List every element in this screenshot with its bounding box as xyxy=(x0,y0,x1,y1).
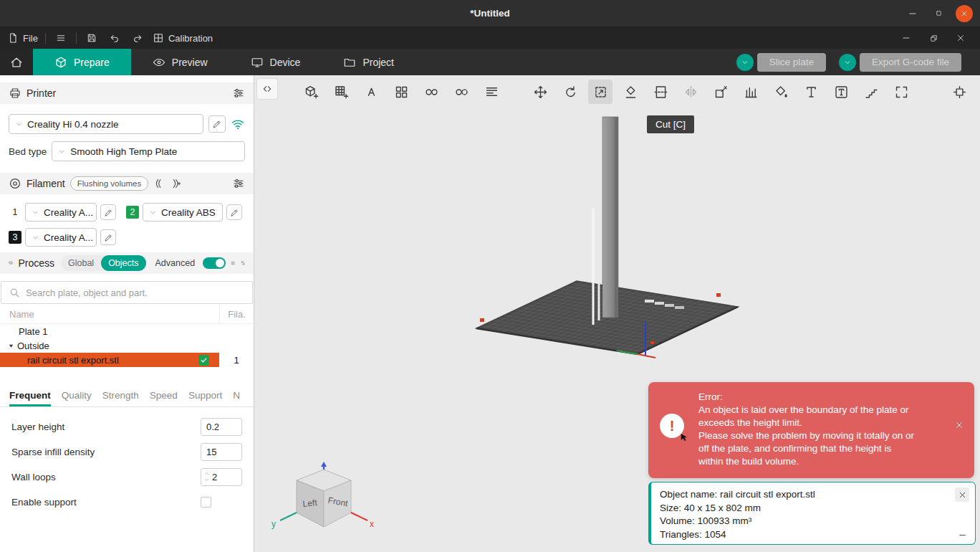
tab-strength[interactable]: Strength xyxy=(102,390,139,406)
titlebar: *Untitled xyxy=(0,0,980,27)
filament-add-icon[interactable] xyxy=(170,178,181,189)
cut-icon[interactable] xyxy=(648,80,673,104)
bed-type-select[interactable]: Smooth High Temp Plate xyxy=(52,141,245,161)
param-row-infill-density: Sparse infill density xyxy=(11,442,242,461)
advanced-toggle[interactable] xyxy=(203,257,226,269)
filament-2-select[interactable]: Creality ABS xyxy=(143,203,223,222)
slice-dropdown-button[interactable] xyxy=(736,54,754,71)
chevron-down-icon xyxy=(843,58,852,67)
printer-select[interactable]: Creality Hi 0.4 nozzle xyxy=(9,114,203,134)
redo-icon xyxy=(132,32,143,44)
menu-calibration[interactable]: Calibration xyxy=(153,32,213,44)
collapse-sidebar-button[interactable] xyxy=(256,78,278,100)
filament-sync-icon[interactable] xyxy=(153,178,165,189)
search-input[interactable] xyxy=(26,287,245,298)
emboss-icon[interactable] xyxy=(829,80,853,104)
rotate-icon[interactable] xyxy=(558,80,582,104)
export-gcode-split: Export G-code file xyxy=(839,53,961,72)
flushing-volumes-button[interactable]: Flushing volumes xyxy=(70,176,148,191)
fit-plate-icon[interactable] xyxy=(947,80,971,104)
arrange-icon[interactable] xyxy=(389,80,413,104)
home-button[interactable] xyxy=(0,49,33,75)
object-filament-number: 1 xyxy=(219,355,254,366)
titlebar-maximize-button[interactable] xyxy=(930,5,947,22)
filament-3-edit-button[interactable] xyxy=(100,229,116,245)
search-box xyxy=(1,281,253,304)
layer-height-input[interactable] xyxy=(201,418,242,436)
tab-label: Device xyxy=(270,57,301,68)
move-icon[interactable] xyxy=(528,80,552,104)
tab-frequent[interactable]: Frequent xyxy=(9,390,51,406)
titlebar-minimize-button[interactable] xyxy=(904,5,921,22)
caret-down-icon[interactable] xyxy=(7,342,15,350)
tab-more[interactable]: N xyxy=(233,390,240,406)
seam-painting-icon[interactable] xyxy=(708,80,733,104)
process-section-title: Process xyxy=(18,257,54,269)
tab-device[interactable]: Device xyxy=(229,49,322,75)
tree-row-object[interactable]: rail circuit stl export.stl 1 xyxy=(0,353,254,367)
tab-support[interactable]: Support xyxy=(188,390,222,406)
auto-orient-icon[interactable] xyxy=(359,80,383,104)
toggle-objects[interactable]: Objects xyxy=(101,255,145,271)
model-pin xyxy=(598,208,600,320)
measure-icon[interactable] xyxy=(859,80,883,104)
add-plate-icon[interactable] xyxy=(329,80,353,104)
split-to-objects-icon[interactable] xyxy=(419,80,443,104)
titlebar-close-button[interactable] xyxy=(956,5,973,22)
wall-loops-stepper[interactable]: 2 xyxy=(201,468,242,486)
edit-icon xyxy=(212,119,222,129)
info-minimize-button[interactable] xyxy=(955,529,969,541)
enable-support-checkbox[interactable] xyxy=(201,497,211,508)
object-tree: Name Fila. Plate 1 Outside rail circuit … xyxy=(0,305,254,367)
export-dropdown-button[interactable] xyxy=(839,54,856,71)
add-model-icon[interactable] xyxy=(299,80,323,104)
close-icon xyxy=(954,420,964,430)
param-list-icon[interactable] xyxy=(231,257,235,270)
tree-row-outside[interactable]: Outside xyxy=(0,338,254,353)
sparse-infill-density-input[interactable] xyxy=(201,443,242,461)
split-to-parts-icon[interactable] xyxy=(449,80,474,104)
support-painting-icon[interactable] xyxy=(739,80,763,104)
chevron-down-icon xyxy=(32,234,39,242)
orientation-cube[interactable]: Left Front x y xyxy=(270,461,378,543)
info-close-button[interactable] xyxy=(955,487,969,502)
slice-plate-button[interactable]: Slice plate xyxy=(757,53,826,72)
variable-layer-height-icon[interactable] xyxy=(479,80,504,104)
tab-project[interactable]: Project xyxy=(322,49,415,75)
filament-3-select[interactable]: Creality A... xyxy=(25,228,97,247)
stepper-arrows[interactable] xyxy=(203,470,210,483)
filament-settings-icon[interactable] xyxy=(232,177,245,190)
tab-speed[interactable]: Speed xyxy=(150,390,178,406)
object-visible-checkbox[interactable] xyxy=(198,355,209,366)
assembly-icon[interactable] xyxy=(889,80,913,104)
filament-1-select[interactable]: Creality A... xyxy=(25,203,97,222)
filament-3-swatch: 3 xyxy=(9,231,21,244)
filament-2-edit-button[interactable] xyxy=(226,204,242,220)
app-minimize-button[interactable] xyxy=(898,30,914,46)
mirror-icon[interactable] xyxy=(678,80,703,104)
process-icon xyxy=(9,257,13,270)
undo-button[interactable] xyxy=(107,30,123,46)
app-close-button[interactable] xyxy=(953,30,969,46)
toggle-global[interactable]: Global xyxy=(61,255,101,271)
menu-file[interactable]: File xyxy=(7,32,38,44)
filament-1-edit-button[interactable] xyxy=(100,204,116,220)
wifi-icon[interactable] xyxy=(231,117,245,131)
printer-edit-button[interactable] xyxy=(208,115,226,133)
menu-list-button[interactable] xyxy=(53,30,69,46)
tab-quality[interactable]: Quality xyxy=(62,390,92,406)
color-painting-icon[interactable] xyxy=(769,80,793,104)
error-close-button[interactable] xyxy=(953,419,966,432)
printer-settings-icon[interactable] xyxy=(232,87,245,100)
export-gcode-button[interactable]: Export G-code file xyxy=(860,53,961,72)
save-button[interactable] xyxy=(84,30,100,46)
tree-row-plate[interactable]: Plate 1 xyxy=(0,324,254,338)
app-restore-button[interactable] xyxy=(926,30,941,46)
lay-on-face-icon[interactable] xyxy=(618,80,643,104)
scale-icon[interactable] xyxy=(588,80,612,104)
tab-prepare[interactable]: Prepare xyxy=(33,49,131,75)
redo-button[interactable] xyxy=(130,30,145,46)
sync-icon[interactable] xyxy=(241,257,245,270)
text-icon[interactable] xyxy=(799,80,823,104)
tab-preview[interactable]: Preview xyxy=(131,49,229,75)
